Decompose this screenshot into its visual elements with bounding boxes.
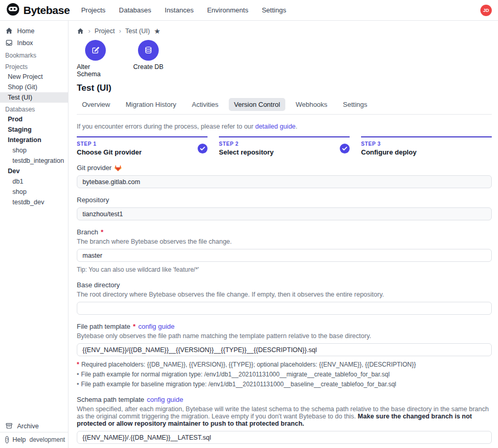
field-description: The root directory where Bytebase observ… xyxy=(77,291,492,298)
base-directory-input[interactable] xyxy=(77,302,492,315)
sidebar-env-dev[interactable]: Dev xyxy=(0,166,68,176)
note-normal-example: •File path example for normal migration … xyxy=(77,371,492,378)
field-label: Schema path template xyxy=(77,396,144,403)
nav-item-settings[interactable]: Settings xyxy=(262,6,286,14)
step-complete-check-icon xyxy=(198,144,208,153)
step-number: STEP 2 xyxy=(219,141,274,147)
sidebar-item-inbox[interactable]: Inbox xyxy=(0,37,68,49)
sidebar-env-integration[interactable]: Integration xyxy=(0,135,68,145)
tab-webhooks[interactable]: Webhooks xyxy=(290,98,333,111)
bytebase-logo[interactable]: Bytebase xyxy=(6,3,70,18)
sidebar-db-db1[interactable]: db1 xyxy=(0,176,68,187)
sidebar-db-shop-dev[interactable]: shop xyxy=(0,187,68,197)
error-notice: If you encounter errors during the proce… xyxy=(77,123,492,130)
step-3: STEP 3 Configure deploy xyxy=(361,136,492,156)
note-marker: * xyxy=(77,361,79,368)
nav-item-environments[interactable]: Environments xyxy=(207,6,248,14)
field-label: Base directory xyxy=(77,281,120,289)
branch-input[interactable] xyxy=(77,249,492,262)
sidebar-db-testdb-integration[interactable]: testdb_integration xyxy=(0,156,68,166)
user-avatar[interactable]: JD xyxy=(480,5,492,16)
sidebar-item-label: Archive xyxy=(17,423,39,430)
sidebar-env-staging[interactable]: Staging xyxy=(0,124,68,135)
breadcrumb-separator: › xyxy=(88,27,90,35)
top-nav: Bytebase Projects Databases Instances En… xyxy=(0,0,498,21)
sidebar-item-label: Inbox xyxy=(17,39,33,47)
breadcrumb-current: Test (UI) xyxy=(126,27,150,35)
detailed-guide-link[interactable]: detailed guide xyxy=(255,123,296,130)
field-description: When specified, after each migration, By… xyxy=(77,405,492,427)
required-marker: * xyxy=(133,323,135,330)
step-title: Select repository xyxy=(219,148,274,156)
breadcrumb-project[interactable]: Project xyxy=(94,27,115,35)
git-provider-input[interactable] xyxy=(77,175,492,188)
tab-settings[interactable]: Settings xyxy=(338,98,372,111)
inbox-icon xyxy=(5,39,13,47)
tab-overview[interactable]: Overview xyxy=(77,98,115,111)
note-baseline-example: •File path example for baseline migratio… xyxy=(77,381,492,388)
nav-item-instances[interactable]: Instances xyxy=(165,6,194,14)
archive-icon xyxy=(5,422,13,430)
sidebar-section-bookmarks: Bookmarks xyxy=(0,49,68,60)
breadcrumb-home-icon[interactable] xyxy=(77,27,84,35)
branch-field: Branch * The branch where Bytebase obser… xyxy=(77,228,492,273)
notice-suffix: . xyxy=(296,123,297,130)
step-number: STEP 3 xyxy=(361,141,417,147)
quick-actions: Alter Schema Create DB xyxy=(77,40,492,78)
sidebar-section-databases: Databases xyxy=(0,103,68,114)
file-path-template-input[interactable] xyxy=(77,343,492,356)
nav-item-projects[interactable]: Projects xyxy=(81,6,105,14)
brand-name: Bytebase xyxy=(23,4,70,17)
breadcrumb: › Project › Test (UI) ★ xyxy=(77,21,492,35)
field-label: Git provider xyxy=(77,164,112,172)
config-guide-link[interactable]: config guide xyxy=(147,396,183,403)
file-path-notes: *Required placeholders: {{DB_NAME}}, {{V… xyxy=(77,361,492,388)
field-label: Branch xyxy=(77,228,98,236)
step-2: STEP 2 Select repository xyxy=(219,136,350,156)
nav-item-databases[interactable]: Databases xyxy=(119,6,151,14)
schema-path-template-field: Schema path template config guide When s… xyxy=(77,396,492,448)
note-required-placeholders: *Required placeholders: {{DB_NAME}}, {{V… xyxy=(77,361,492,368)
config-guide-link[interactable]: config guide xyxy=(138,323,174,330)
alter-schema-button[interactable]: Alter Schema xyxy=(77,40,114,78)
sidebar-item-test-ui[interactable]: Test (UI) xyxy=(0,92,68,103)
sidebar-item-new-project[interactable]: New Project xyxy=(0,72,68,82)
repository-input[interactable] xyxy=(77,207,492,220)
field-label: Repository xyxy=(77,196,109,204)
schema-path-template-input[interactable] xyxy=(77,431,492,444)
gitlab-icon xyxy=(114,164,122,172)
breadcrumb-separator: › xyxy=(119,27,121,35)
favorite-star-icon[interactable]: ★ xyxy=(154,27,161,35)
sidebar-item-home[interactable]: Home xyxy=(0,25,68,37)
field-label: File path template xyxy=(77,323,130,330)
repository-field: Repository xyxy=(77,196,492,220)
nav-links: Projects Databases Instances Environment… xyxy=(81,6,480,14)
step-1: STEP 1 Choose Git provider xyxy=(77,136,208,156)
page-title: Test (UI) xyxy=(77,83,492,93)
step-indicator: STEP 1 Choose Git provider STEP 2 Select… xyxy=(77,136,492,156)
main-content: › Project › Test (UI) ★ Alter Schema xyxy=(68,21,498,448)
database-icon xyxy=(144,46,153,55)
sidebar-db-testdb-dev[interactable]: testdb_dev xyxy=(0,197,68,207)
note-marker: • xyxy=(77,381,79,388)
create-db-button[interactable]: Create DB xyxy=(130,40,167,78)
sidebar-item-label: Home xyxy=(17,27,34,35)
tab-activities[interactable]: Activities xyxy=(187,98,224,111)
note-text: Required placeholders: {{DB_NAME}}, {{VE… xyxy=(81,361,416,368)
sidebar-env-prod[interactable]: Prod xyxy=(0,114,68,124)
file-path-template-field: File path template * config guide Byteba… xyxy=(77,323,492,388)
sidebar-item-shop-git[interactable]: Shop (Git) xyxy=(0,82,68,92)
field-description: The branch where Bytebase observes the f… xyxy=(77,238,492,245)
release-channel-badge: development xyxy=(30,436,65,443)
base-directory-field: Base directory The root directory where … xyxy=(77,281,492,315)
sidebar: Home Inbox Bookmarks Projects New Projec… xyxy=(0,21,68,448)
sidebar-db-shop-integration[interactable]: shop xyxy=(0,145,68,156)
tab-migration-history[interactable]: Migration History xyxy=(120,98,182,111)
sidebar-footer: ? Help development xyxy=(0,432,68,447)
tab-bar: Overview Migration History Activities Ve… xyxy=(77,98,492,115)
notice-text: If you encounter errors during the proce… xyxy=(77,123,253,130)
tab-version-control[interactable]: Version Control xyxy=(229,98,285,111)
help-link[interactable]: Help xyxy=(12,436,26,443)
edit-icon xyxy=(91,46,100,55)
sidebar-item-archive[interactable]: Archive xyxy=(0,420,68,432)
